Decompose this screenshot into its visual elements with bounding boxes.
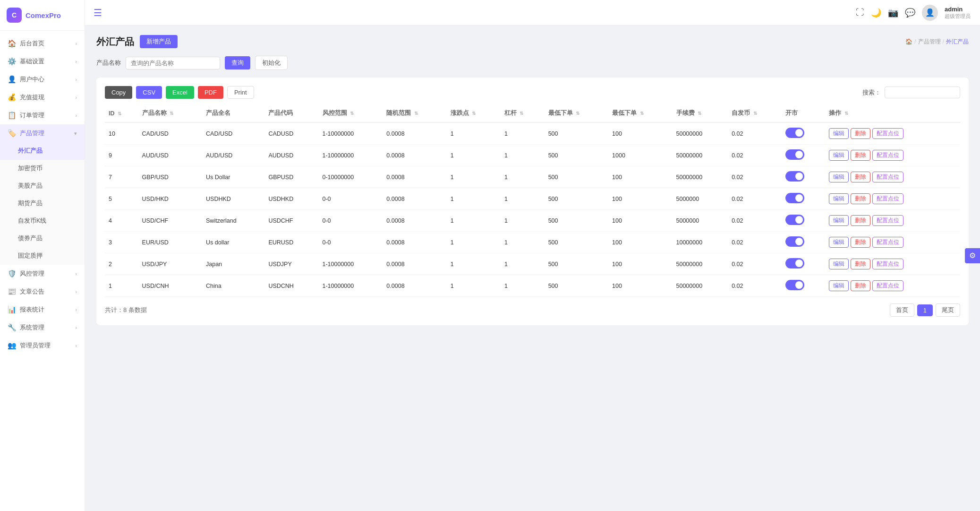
status-toggle[interactable] — [785, 171, 804, 182]
col-leverage: 杠杆 ⇅ — [501, 104, 545, 122]
delete-button[interactable]: 删除 — [851, 280, 870, 291]
cell-self-coin: 0.02 — [728, 210, 782, 232]
sidebar-item-admin[interactable]: 👥 管理员管理 › — [0, 337, 85, 355]
add-product-button[interactable]: 新增产品 — [140, 35, 178, 48]
status-toggle[interactable] — [785, 193, 804, 203]
cell-min-open: 100 — [608, 253, 672, 275]
status-toggle[interactable] — [785, 128, 804, 138]
sidebar-item-report[interactable]: 📊 报表统计 › — [0, 301, 85, 319]
status-toggle[interactable] — [785, 149, 804, 160]
chevron-right-icon: › — [75, 77, 77, 82]
csv-button[interactable]: CSV — [136, 86, 162, 99]
sidebar-item-forex[interactable]: 外汇产品 — [0, 142, 85, 160]
sidebar-item-article[interactable]: 📰 文章公告 › — [0, 283, 85, 301]
last-page-button[interactable]: 尾页 — [936, 303, 960, 317]
config-button[interactable]: 配置点位 — [872, 215, 903, 226]
table-search-input[interactable] — [885, 87, 960, 98]
cell-min-open: 100 — [608, 210, 672, 232]
config-button[interactable]: 配置点位 — [872, 237, 903, 248]
cell-toggle[interactable] — [782, 275, 825, 297]
config-button[interactable]: 配置点位 — [872, 172, 903, 182]
sidebar: C ComexPro 🏠 后台首页 › ⚙️ 基础设置 › 👤 用户中心 › 💰 — [0, 0, 85, 511]
config-button[interactable]: 配置点位 — [872, 150, 903, 161]
recharge-icon: 💰 — [8, 93, 16, 102]
search-button[interactable]: 查询 — [225, 56, 250, 69]
cell-toggle[interactable] — [782, 210, 825, 232]
sidebar-item-futures[interactable]: 期货产品 — [0, 195, 85, 212]
cell-toggle[interactable] — [782, 188, 825, 210]
reset-button[interactable]: 初始化 — [255, 56, 288, 70]
edit-button[interactable]: 编辑 — [829, 193, 849, 204]
print-button[interactable]: Print — [227, 86, 254, 99]
cell-random: 0.0008 — [383, 188, 446, 210]
cell-toggle[interactable] — [782, 122, 825, 145]
cell-min-order: 500 — [545, 145, 608, 166]
cell-toggle[interactable] — [782, 166, 825, 188]
chat-icon[interactable]: 💬 — [905, 8, 915, 18]
camera-icon[interactable]: 📷 — [888, 8, 898, 18]
edit-button[interactable]: 编辑 — [829, 215, 849, 226]
cell-actions: 编辑 删除 配置点位 — [825, 210, 960, 232]
edit-button[interactable]: 编辑 — [829, 172, 849, 182]
excel-button[interactable]: Excel — [166, 86, 194, 99]
cell-fee: 5000000 — [673, 210, 728, 232]
sidebar-item-basic-settings[interactable]: ⚙️ 基础设置 › — [0, 52, 85, 70]
status-toggle[interactable] — [785, 236, 804, 247]
delete-button[interactable]: 删除 — [851, 172, 870, 182]
search-input[interactable] — [126, 57, 220, 69]
expand-icon[interactable]: ⛶ — [856, 8, 864, 17]
products-table: ID ⇅ 产品名称 ⇅ 产品全名 产品代码 风控范围 ⇅ 随机范围 ⇅ 涨跌点 … — [105, 104, 960, 297]
config-button[interactable]: 配置点位 — [872, 280, 903, 291]
edit-button[interactable]: 编辑 — [829, 128, 849, 139]
floating-settings-button[interactable]: ⚙ — [965, 248, 980, 263]
cell-toggle[interactable] — [782, 253, 825, 275]
edit-button[interactable]: 编辑 — [829, 259, 849, 269]
sidebar-item-crypto[interactable]: 加密货币 — [0, 160, 85, 177]
breadcrumb: 🏠 / 产品管理 / 外汇产品 — [905, 38, 969, 46]
cell-code: AUDUSD — [264, 145, 318, 166]
cell-min-order: 500 — [545, 166, 608, 188]
status-toggle[interactable] — [785, 280, 804, 290]
pdf-button[interactable]: PDF — [198, 86, 223, 99]
first-page-button[interactable]: 首页 — [890, 303, 914, 317]
hamburger-icon[interactable]: ☰ — [85, 0, 111, 26]
cell-code: USDCHF — [264, 210, 318, 232]
status-toggle[interactable] — [785, 258, 804, 268]
delete-button[interactable]: 删除 — [851, 237, 870, 248]
copy-button[interactable]: Copy — [105, 86, 132, 99]
sidebar-item-order[interactable]: 📋 订单管理 › — [0, 106, 85, 124]
delete-button[interactable]: 删除 — [851, 128, 870, 139]
cell-actions: 编辑 删除 配置点位 — [825, 275, 960, 297]
sidebar-item-system[interactable]: 🔧 系统管理 › — [0, 319, 85, 337]
edit-button[interactable]: 编辑 — [829, 150, 849, 161]
sidebar-item-kline[interactable]: 自发币K线 — [0, 212, 85, 230]
config-button[interactable]: 配置点位 — [872, 193, 903, 204]
delete-button[interactable]: 删除 — [851, 150, 870, 161]
cell-toggle[interactable] — [782, 232, 825, 253]
sidebar-item-risk[interactable]: 🛡️ 风控管理 › — [0, 265, 85, 283]
sidebar-item-us-stocks[interactable]: 美股产品 — [0, 177, 85, 195]
chevron-right-icon: › — [75, 271, 77, 277]
edit-button[interactable]: 编辑 — [829, 237, 849, 248]
cell-id: 2 — [105, 253, 138, 275]
page-1-button[interactable]: 1 — [917, 304, 933, 316]
user-info: admin 超级管理员 — [945, 6, 971, 20]
cell-jump: 1 — [447, 232, 501, 253]
delete-button[interactable]: 删除 — [851, 193, 870, 204]
sidebar-item-user-center[interactable]: 👤 用户中心 › — [0, 70, 85, 88]
moon-icon[interactable]: 🌙 — [871, 8, 881, 18]
main-wrapper: ☰ ⛶ 🌙 📷 💬 👤 admin 超级管理员 外汇产品 新增产品 🏠 / 产品… — [85, 0, 980, 511]
sidebar-item-home[interactable]: 🏠 后台首页 › — [0, 35, 85, 52]
status-toggle[interactable] — [785, 215, 804, 225]
config-button[interactable]: 配置点位 — [872, 259, 903, 269]
cell-toggle[interactable] — [782, 145, 825, 166]
col-code: 产品代码 — [264, 104, 318, 122]
sidebar-item-bonds[interactable]: 债券产品 — [0, 230, 85, 247]
delete-button[interactable]: 删除 — [851, 259, 870, 269]
sidebar-item-product[interactable]: 🏷️ 产品管理 ▾ — [0, 124, 85, 142]
config-button[interactable]: 配置点位 — [872, 128, 903, 139]
delete-button[interactable]: 删除 — [851, 215, 870, 226]
edit-button[interactable]: 编辑 — [829, 280, 849, 291]
sidebar-item-fixed[interactable]: 固定质押 — [0, 247, 85, 265]
sidebar-item-recharge[interactable]: 💰 充值提现 › — [0, 88, 85, 106]
